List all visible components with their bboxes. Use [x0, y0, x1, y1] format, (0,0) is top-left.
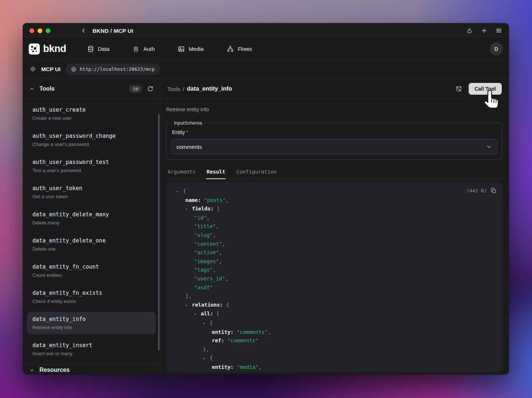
json-line: "images", — [171, 257, 496, 266]
json-token-punc: ], — [185, 293, 192, 299]
nav-item-media[interactable]: Media — [178, 45, 204, 53]
call-tool-button[interactable]: Call Tool — [469, 83, 502, 95]
tool-name: data_entity_insert — [32, 342, 150, 349]
json-token-punc: , — [213, 267, 216, 273]
input-schema-fieldset: InputSchema Entity* comments — [166, 120, 502, 160]
json-token-str: "users_id" — [194, 276, 225, 282]
brand-wordmark: bknd — [43, 43, 66, 55]
fingerprint-icon — [132, 45, 140, 53]
navbar: bknd DataAuthMediaFlows D — [23, 38, 509, 60]
tool-description: Create a new user — [32, 115, 150, 121]
json-token-str: "content" — [194, 241, 222, 247]
back-icon[interactable] — [81, 28, 87, 34]
json-token-str: "slug" — [194, 232, 213, 238]
nav-item-auth[interactable]: Auth — [132, 45, 155, 53]
tool-list-item[interactable]: data_entity_delete_manyDelete many — [27, 207, 156, 230]
json-token-str: "active" — [194, 249, 219, 255]
entity-select[interactable]: comments — [171, 139, 497, 154]
json-token-str: "posts" — [201, 197, 225, 203]
json-token-key: relations: — [192, 302, 223, 308]
collapse-arrow-icon[interactable]: ▾ — [185, 205, 192, 214]
sidebar-scrollbar[interactable] — [158, 114, 160, 350]
json-token-punc: { — [183, 188, 186, 194]
nav-item-label: Data — [98, 46, 110, 52]
bknd-logo-icon — [29, 43, 40, 55]
menu-icon[interactable] — [496, 27, 502, 34]
nav-item-label: Auth — [143, 46, 155, 52]
nav-item-flows[interactable]: Flows — [227, 45, 252, 53]
json-token-key: entity: — [212, 329, 234, 335]
json-token-punc: [ — [214, 206, 220, 212]
lock-open-icon[interactable] — [466, 28, 473, 34]
auto-refresh-off-icon[interactable] — [455, 85, 462, 92]
json-token-punc: , — [219, 249, 222, 255]
tab-arguments[interactable]: Arguments — [167, 165, 196, 179]
collapse-arrow-icon[interactable]: ▾ — [185, 301, 192, 310]
tool-name: auth_user_password_change — [32, 132, 150, 140]
tool-description: Delete many — [32, 220, 150, 226]
tool-description: Get a user token — [32, 193, 150, 200]
nav-item-data[interactable]: Data — [87, 45, 110, 53]
refresh-icon[interactable] — [147, 85, 154, 92]
json-line: ▾{ — [171, 354, 496, 363]
json-token-str: "media" — [234, 364, 258, 370]
tools-list: auth_user_createCreate a new userauth_us… — [23, 99, 160, 364]
tool-list-item[interactable]: data_entity_infoRetrieve entity info — [27, 312, 156, 334]
breadcrumb-tool-name: data_entity_info — [187, 85, 232, 92]
json-token-key: name: — [185, 197, 201, 203]
tool-description: Retrieve entity info — [32, 324, 150, 331]
nav-item-label: Media — [189, 46, 204, 52]
mcp-url-chip[interactable]: http://localhost:28623/mcp — [65, 64, 160, 75]
minimize-window-icon[interactable] — [38, 28, 42, 33]
json-token-punc: , — [268, 329, 271, 335]
json-line: ], — [171, 292, 496, 301]
tool-list-item[interactable]: auth_user_password_testTest a user's pas… — [27, 155, 156, 177]
json-token-punc: { — [223, 302, 229, 308]
copy-icon[interactable] — [490, 188, 497, 194]
resources-section-header[interactable]: Resources — [23, 364, 160, 374]
json-line: ▾{ — [171, 319, 496, 328]
tool-list-item[interactable]: data_entity_insertInsert one or many — [27, 338, 156, 360]
tool-description: Delete one — [32, 246, 150, 252]
json-token-key: all: — [201, 311, 213, 317]
result-size-label: (442 B) — [466, 188, 487, 193]
tabs: ArgumentsResultConfiguration — [166, 165, 502, 179]
collapse-arrow-icon[interactable]: ▾ — [203, 319, 210, 328]
tool-list-item[interactable]: data_entity_fn_existsCheck if entity exi… — [27, 286, 156, 308]
tool-name: data_entity_fn_exists — [32, 289, 150, 297]
tool-name: data_entity_fn_count — [32, 263, 150, 270]
tab-configuration[interactable]: Configuration — [235, 165, 277, 179]
tool-list-item[interactable]: data_entity_delete_oneDelete one — [27, 233, 156, 256]
json-token-str: "asdf" — [194, 284, 213, 290]
collapse-arrow-icon[interactable]: ▾ — [203, 354, 210, 363]
tool-list-item[interactable]: auth_user_tokenGet a user token — [27, 181, 156, 203]
chevron-down-icon — [29, 367, 35, 373]
brand-logo[interactable]: bknd — [29, 43, 66, 55]
resources-section-label: Resources — [39, 367, 70, 373]
breadcrumb-section[interactable]: Tools — [167, 86, 180, 92]
collapse-arrow-icon[interactable]: ▾ — [176, 187, 183, 196]
maximize-window-icon[interactable] — [46, 28, 50, 33]
collapse-arrow-icon[interactable]: ▾ — [194, 310, 201, 319]
tool-list-item[interactable]: data_entity_fn_countCount entities — [27, 259, 156, 282]
breadcrumb-separator: / — [183, 86, 184, 92]
tool-list-item[interactable]: auth_user_createCreate a new user — [27, 102, 156, 125]
close-window-icon[interactable] — [29, 28, 34, 33]
json-token-str: "title" — [194, 223, 216, 229]
json-line: ▾relations: { — [171, 301, 496, 310]
titlebar: BKND / MCP UI — [23, 23, 509, 38]
required-mark: * — [186, 129, 188, 135]
tools-section-header[interactable]: Tools 50 — [23, 79, 160, 99]
json-token-punc: [ — [213, 311, 220, 317]
json-token-str: "id" — [194, 215, 207, 221]
tab-result[interactable]: Result — [206, 165, 226, 179]
traffic-lights — [29, 28, 50, 33]
tool-list-item[interactable]: auth_user_password_changeChange a user's… — [27, 129, 156, 151]
tool-name: auth_user_password_test — [32, 158, 150, 166]
new-tab-icon[interactable] — [481, 27, 487, 34]
mcp-icon — [29, 66, 36, 73]
nav-item-label: Flows — [238, 46, 252, 52]
result-panel: (442 B) ▾{name: "posts",▾fields: ["id","… — [166, 182, 502, 372]
json-tree: ▾{name: "posts",▾fields: ["id","title","… — [171, 187, 496, 372]
avatar[interactable]: D — [490, 42, 503, 56]
